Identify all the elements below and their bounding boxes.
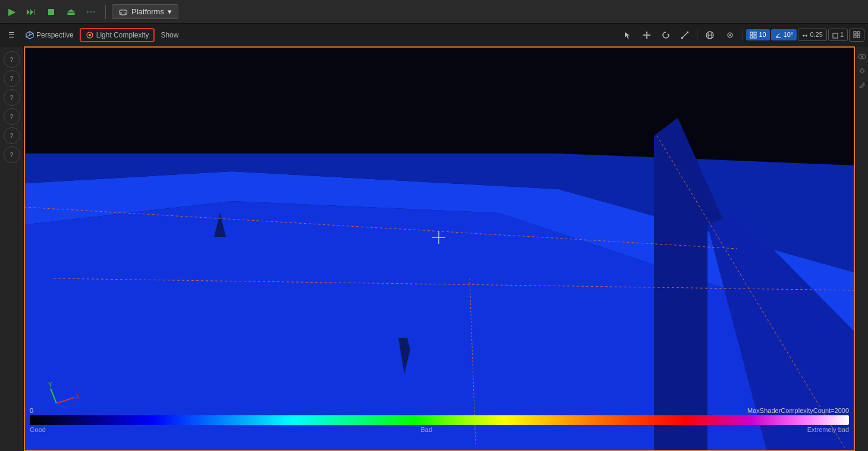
toolbar-separator xyxy=(105,5,106,19)
perspective-button[interactable]: Perspective xyxy=(21,29,78,42)
top-toolbar: ▶ ⏭ ⏹ ⏏ ⋯ Platforms ▾ xyxy=(0,0,868,24)
svg-marker-41 xyxy=(860,84,864,87)
eye-icon xyxy=(858,54,866,59)
viewport-num-button[interactable]: 1 xyxy=(828,29,848,40)
cursor-icon xyxy=(624,31,632,39)
scale-bar-bottom: Good Bad Extremely bad xyxy=(30,426,849,433)
platforms-dropdown-icon: ▾ xyxy=(168,7,172,16)
svg-rect-26 xyxy=(754,32,756,35)
gamepad-icon xyxy=(118,8,128,16)
layout-button[interactable] xyxy=(849,29,864,42)
svg-text:Y: Y xyxy=(48,381,52,388)
scale-bar-top: 0 MaxShaderComplexityCount=2000 xyxy=(30,407,849,414)
scale-value-button[interactable]: 0.25 xyxy=(798,29,826,40)
svg-point-40 xyxy=(861,55,863,58)
svg-rect-28 xyxy=(754,36,756,38)
max-shader-label: MaxShaderComplexityCount=2000 xyxy=(747,407,849,414)
toolbar-divider2 xyxy=(743,29,743,41)
svg-text:X: X xyxy=(76,393,80,400)
sidebar-question5-button[interactable]: ? xyxy=(4,127,20,144)
play-anim-button[interactable]: ⏭ xyxy=(23,4,39,20)
scale-bar-container: 0 MaxShaderComplexityCount=2000 Good Bad… xyxy=(30,407,849,433)
scale-tool-button[interactable] xyxy=(676,29,694,42)
extremely-bad-label: Extremely bad xyxy=(807,426,849,433)
hamburger-button[interactable]: ☰ xyxy=(4,29,20,42)
rotate-icon xyxy=(662,31,670,39)
rotate-tool-button[interactable] xyxy=(657,29,675,42)
svg-marker-32 xyxy=(803,35,804,37)
angle-button[interactable]: 10° xyxy=(771,29,797,40)
sidebar-question1-button[interactable]: ? xyxy=(4,51,20,68)
platforms-button[interactable]: Platforms ▾ xyxy=(112,4,178,19)
play-button[interactable]: ▶ xyxy=(5,4,19,20)
good-label: Good xyxy=(30,426,46,433)
platforms-label: Platforms xyxy=(131,7,164,16)
light-complexity-label: Light Complexity xyxy=(96,31,149,39)
light-complexity-button[interactable]: Light Complexity xyxy=(80,28,155,42)
viewmode-icon xyxy=(86,31,94,39)
left-sidebar: ? ? ? ? ? ? xyxy=(0,46,24,451)
svg-marker-14 xyxy=(643,34,645,36)
grid-button[interactable]: 10 xyxy=(746,29,769,40)
stop-button[interactable]: ⏹ xyxy=(43,4,59,20)
viewport-num-label: 1 xyxy=(840,31,844,38)
sidebar-question4-button[interactable]: ? xyxy=(4,108,20,125)
svg-point-8 xyxy=(89,34,91,36)
svg-rect-25 xyxy=(750,32,753,35)
sidebar-question2-button[interactable]: ? xyxy=(4,70,20,87)
svg-marker-33 xyxy=(806,35,807,37)
sidebar-question6-button[interactable]: ? xyxy=(4,146,20,163)
svg-marker-12 xyxy=(646,32,648,33)
right-eye-button[interactable] xyxy=(857,51,867,62)
pencil-icon xyxy=(858,82,866,89)
svg-line-6 xyxy=(26,35,30,37)
show-label: Show xyxy=(161,31,178,39)
bad-label: Bad xyxy=(421,426,433,433)
svg-point-4 xyxy=(125,12,127,14)
svg-rect-36 xyxy=(857,32,860,34)
svg-line-30 xyxy=(776,33,779,37)
svg-rect-18 xyxy=(687,32,688,33)
svg-rect-37 xyxy=(854,35,856,37)
snap-icon xyxy=(725,30,735,40)
svg-rect-27 xyxy=(750,36,753,38)
move-icon xyxy=(643,31,651,39)
move-tool-button[interactable] xyxy=(638,29,656,42)
svg-rect-0 xyxy=(119,10,127,14)
grid-icon xyxy=(750,32,757,39)
eject-button[interactable]: ⏏ xyxy=(63,4,79,20)
cube-icon xyxy=(26,31,34,39)
svg-rect-34 xyxy=(833,33,838,38)
grid-number: 10 xyxy=(759,31,766,38)
viewport-right-controls: 10 10° 0.25 1 xyxy=(619,28,864,42)
globe-button[interactable] xyxy=(700,28,719,42)
layout-icon xyxy=(853,31,860,38)
scale-value-label: 0.25 xyxy=(810,31,822,38)
snap-button[interactable] xyxy=(721,28,740,42)
scale-bar xyxy=(30,415,849,425)
hamburger-icon: ☰ xyxy=(8,31,15,39)
scale-zero-label: 0 xyxy=(30,407,33,414)
svg-rect-38 xyxy=(857,35,860,37)
toolbar-divider xyxy=(697,29,697,41)
scale-icon xyxy=(681,31,689,39)
angle-icon xyxy=(775,32,782,39)
perspective-label: Perspective xyxy=(36,31,74,39)
svg-rect-35 xyxy=(854,32,856,34)
select-tool-button[interactable] xyxy=(619,29,637,42)
angle-label: 10° xyxy=(784,31,794,38)
globe-icon xyxy=(705,30,715,40)
expand-icon xyxy=(858,67,866,74)
scale-value-icon xyxy=(802,33,808,39)
scene-svg: X Y xyxy=(24,46,855,451)
viewport-header: ☰ Perspective Light Complexity Show xyxy=(0,24,868,46)
svg-marker-13 xyxy=(646,37,648,39)
right-expand-button[interactable] xyxy=(857,65,867,76)
viewport[interactable]: X Y 0 MaxShaderComplexityCount=2000 Good… xyxy=(24,46,855,451)
svg-marker-15 xyxy=(649,34,651,36)
right-pencil-button[interactable] xyxy=(857,80,867,90)
right-sidebar xyxy=(855,46,868,451)
sidebar-question3-button[interactable]: ? xyxy=(4,89,20,106)
show-button[interactable]: Show xyxy=(156,29,183,42)
more-options-button[interactable]: ⋯ xyxy=(83,4,99,20)
